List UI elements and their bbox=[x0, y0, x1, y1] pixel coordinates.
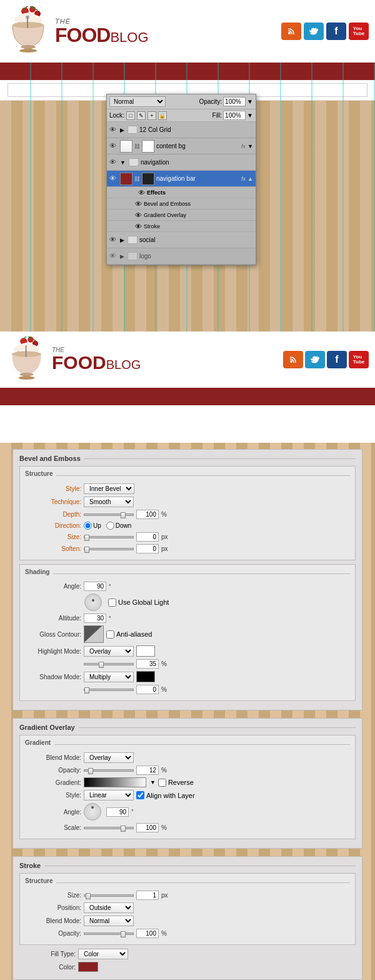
layer-logo[interactable]: 👁 ▶ logo bbox=[107, 248, 256, 265]
stroke-opacity-thumb[interactable] bbox=[121, 931, 126, 937]
gradient-opacity-thumb[interactable] bbox=[88, 768, 93, 774]
logo-blog: BLOG bbox=[110, 29, 148, 45]
radio-up[interactable]: Up bbox=[84, 522, 101, 530]
eye-icon-navbar[interactable]: 👁 bbox=[109, 174, 118, 183]
layer-name-navbar: navigation bar bbox=[156, 175, 239, 182]
youtube-icon-website[interactable]: YouTube bbox=[349, 351, 369, 368]
gradient-scale-input[interactable] bbox=[136, 823, 159, 832]
radio-up-input[interactable] bbox=[84, 522, 92, 530]
bevel-angle-input[interactable] bbox=[84, 582, 106, 591]
bevel-shadow-opacity-input[interactable] bbox=[136, 685, 159, 694]
stroke-opacity-slider[interactable] bbox=[84, 932, 134, 935]
lock-all-icon[interactable]: + bbox=[148, 111, 156, 120]
rss-icon-website[interactable] bbox=[283, 351, 303, 368]
global-light-checkbox[interactable] bbox=[108, 599, 116, 607]
bevel-angle-dial[interactable] bbox=[84, 594, 102, 611]
gradient-scale-thumb[interactable] bbox=[121, 826, 126, 832]
layer-nav-bar[interactable]: 👁 ⛓ navigation bar fx ▲ bbox=[107, 171, 256, 187]
gradient-preview[interactable] bbox=[84, 777, 146, 787]
shadow-color-swatch[interactable] bbox=[136, 671, 155, 682]
rss-icon-top[interactable] bbox=[281, 23, 301, 40]
stroke-color-swatch[interactable] bbox=[78, 962, 98, 972]
opacity-arrow[interactable]: ▼ bbox=[247, 98, 253, 105]
bevel-depth-thumb[interactable] bbox=[121, 512, 126, 518]
gradient-angle-dial[interactable] bbox=[84, 803, 101, 821]
gradient-opacity-row: Opacity: % bbox=[25, 765, 350, 775]
gradient-opacity-slider[interactable] bbox=[84, 769, 134, 772]
lock-pixel-icon[interactable]: □ bbox=[126, 111, 135, 120]
layer-social[interactable]: 👁 ▶ social bbox=[107, 232, 256, 248]
align-layer-checkbox[interactable] bbox=[136, 791, 144, 799]
opacity-input[interactable] bbox=[223, 97, 246, 106]
eye-icon-12col[interactable]: 👁 bbox=[109, 126, 118, 134]
fill-input[interactable] bbox=[223, 111, 246, 120]
gradient-style-select[interactable]: Linear bbox=[84, 790, 134, 801]
stroke-fill-type-select[interactable]: Color bbox=[78, 949, 128, 959]
gradient-dropdown-arrow[interactable]: ▼ bbox=[150, 779, 156, 786]
gradient-angle-input[interactable] bbox=[106, 807, 129, 817]
youtube-icon-top[interactable]: YouTube bbox=[349, 23, 369, 40]
fill-arrow[interactable]: ▼ bbox=[247, 112, 253, 119]
bevel-altitude-input[interactable] bbox=[84, 614, 106, 623]
blend-mode-select[interactable]: Normal bbox=[109, 96, 166, 107]
bevel-depth-input[interactable] bbox=[136, 510, 159, 519]
arrow-social[interactable]: ▶ bbox=[120, 237, 124, 243]
facebook-icon-website[interactable]: f bbox=[327, 351, 347, 368]
bevel-size-slider[interactable] bbox=[84, 536, 134, 538]
bevel-style-select[interactable]: Inner Bevel bbox=[84, 483, 134, 494]
bevel-technique-select[interactable]: Smooth bbox=[84, 497, 134, 507]
stroke-position-select[interactable]: Outside bbox=[84, 902, 134, 913]
lock-lock-icon[interactable]: 🔒 bbox=[158, 111, 167, 120]
eye-icon-nav[interactable]: 👁 bbox=[109, 158, 118, 167]
layer-content-bg[interactable]: 👁 ⛓ content bg fx ▼ bbox=[107, 138, 256, 154]
eye-icon-content[interactable]: 👁 bbox=[109, 142, 118, 151]
effect-stroke[interactable]: 👁 Stroke bbox=[107, 221, 256, 232]
gradient-blend-select[interactable]: Overlay bbox=[84, 752, 134, 763]
bevel-highlight-slider[interactable] bbox=[84, 663, 134, 665]
stroke-blend-select[interactable]: Normal bbox=[84, 916, 134, 926]
bevel-soften-thumb[interactable] bbox=[84, 547, 89, 553]
layers-panel: Normal Opacity: ▼ Lock: □ ✎ + 🔒 Fill: ▼ bbox=[106, 94, 256, 265]
eye-icon-logo[interactable]: 👁 bbox=[109, 252, 118, 261]
gloss-contour-preview[interactable] bbox=[84, 625, 104, 643]
twitter-icon-top[interactable] bbox=[304, 23, 324, 40]
gradient-picker-label: Gradient: bbox=[25, 779, 81, 786]
bevel-highlight-thumb[interactable] bbox=[99, 662, 104, 668]
radio-down-input[interactable] bbox=[106, 522, 114, 530]
bevel-soften-slider[interactable] bbox=[84, 548, 134, 550]
arrow-logo[interactable]: ▶ bbox=[120, 253, 124, 260]
bevel-altitude-label: Altitude: bbox=[25, 615, 81, 622]
gradient-opacity-label: Opacity: bbox=[25, 767, 81, 774]
bevel-shadow-select[interactable]: Multiply bbox=[84, 672, 134, 682]
stroke-size-input[interactable] bbox=[136, 891, 159, 900]
gradient-opacity-input[interactable] bbox=[136, 765, 159, 775]
lock-position-icon[interactable]: ✎ bbox=[137, 111, 146, 120]
contour-curve bbox=[84, 625, 103, 642]
layer-navigation-folder[interactable]: 👁 ▼ navigation bbox=[107, 154, 256, 171]
bevel-shadow-slider[interactable] bbox=[84, 689, 134, 691]
twitter-icon-website[interactable] bbox=[305, 351, 325, 368]
stroke-opacity-input[interactable] bbox=[136, 929, 159, 938]
eye-icon-social[interactable]: 👁 bbox=[109, 236, 118, 245]
bevel-size-input[interactable] bbox=[136, 532, 159, 542]
bevel-shadow-thumb[interactable] bbox=[84, 687, 89, 694]
bevel-depth-slider[interactable] bbox=[84, 513, 134, 516]
layer-12col-grid[interactable]: 👁 ▶ 12 Col Grid bbox=[107, 122, 256, 138]
effect-gradient[interactable]: 👁 Gradient Overlay bbox=[107, 210, 256, 221]
facebook-icon-top[interactable]: f bbox=[326, 23, 346, 40]
gradient-reverse-checkbox[interactable] bbox=[158, 779, 166, 787]
effect-bevel[interactable]: 👁 Bevel and Emboss bbox=[107, 198, 256, 210]
arrow-12col[interactable]: ▶ bbox=[120, 127, 124, 133]
gradient-scale-slider[interactable] bbox=[84, 827, 134, 829]
bevel-size-thumb[interactable] bbox=[84, 535, 89, 541]
stroke-size-slider[interactable] bbox=[84, 894, 134, 897]
bevel-highlight-opacity-input[interactable] bbox=[136, 659, 159, 669]
stroke-size-thumb[interactable] bbox=[86, 893, 91, 899]
highlight-color-swatch[interactable] bbox=[136, 645, 155, 657]
thumb-content-bg bbox=[120, 140, 132, 153]
anti-alias-checkbox[interactable] bbox=[106, 630, 114, 639]
arrow-nav[interactable]: ▼ bbox=[120, 159, 126, 166]
bevel-soften-input[interactable] bbox=[136, 544, 159, 553]
radio-down[interactable]: Down bbox=[106, 522, 132, 530]
bevel-highlight-select[interactable]: Overlay bbox=[84, 646, 134, 657]
